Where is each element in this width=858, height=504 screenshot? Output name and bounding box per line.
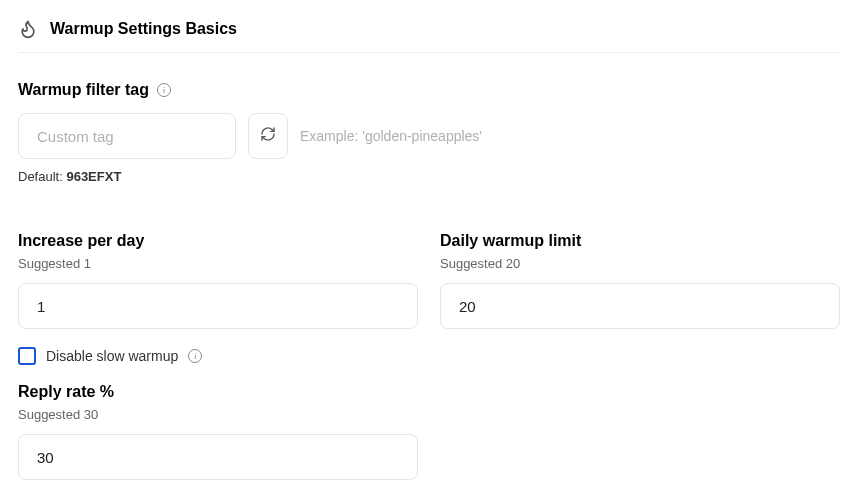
reply-suggested-text: Suggested 30 [18, 407, 418, 422]
regenerate-button[interactable] [248, 113, 288, 159]
left-column: Increase per day Suggested 1 Disable slo… [18, 232, 418, 480]
filter-example-text: Example: 'golden-pineapples' [300, 128, 482, 144]
increase-per-day-input[interactable] [18, 283, 418, 329]
filter-tag-label: Warmup filter tag [18, 81, 149, 99]
refresh-icon [260, 126, 276, 146]
right-column: Daily warmup limit Suggested 20 [440, 232, 840, 480]
increase-per-day-block: Increase per day Suggested 1 [18, 232, 418, 329]
section-title: Warmup Settings Basics [50, 20, 237, 38]
reply-rate-block: Reply rate % Suggested 30 [18, 383, 418, 480]
custom-tag-input[interactable] [18, 113, 236, 159]
increase-per-day-label: Increase per day [18, 232, 418, 250]
reply-rate-label: Reply rate % [18, 383, 418, 401]
limit-suggested-text: Suggested 20 [440, 256, 840, 271]
daily-warmup-limit-label: Daily warmup limit [440, 232, 840, 250]
disable-slow-warmup-label: Disable slow warmup [46, 348, 178, 364]
section-header: Warmup Settings Basics [18, 18, 840, 53]
filter-default-text: Default: 963EFXT [18, 169, 840, 184]
flame-icon [18, 18, 38, 40]
disable-slow-warmup-checkbox[interactable] [18, 347, 36, 365]
increase-suggested-text: Suggested 1 [18, 256, 418, 271]
info-icon[interactable]: i [157, 83, 171, 97]
numeric-fields-row: Increase per day Suggested 1 Disable slo… [18, 232, 840, 480]
disable-slow-warmup-row: Disable slow warmup i [18, 347, 418, 365]
filter-tag-row: Example: 'golden-pineapples' [18, 113, 840, 159]
reply-rate-input[interactable] [18, 434, 418, 480]
filter-default-label: Default: [18, 169, 66, 184]
filter-default-value: 963EFXT [66, 169, 121, 184]
daily-warmup-limit-block: Daily warmup limit Suggested 20 [440, 232, 840, 329]
filter-label-row: Warmup filter tag i [18, 81, 840, 99]
daily-warmup-limit-input[interactable] [440, 283, 840, 329]
info-icon[interactable]: i [188, 349, 202, 363]
